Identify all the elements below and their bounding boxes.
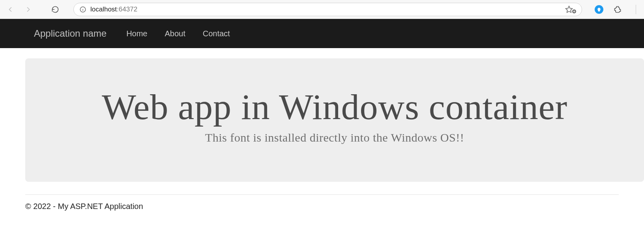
nav-link-about[interactable]: About: [165, 29, 185, 38]
url-host: localhost: [90, 6, 117, 13]
toolbar-divider: [636, 5, 636, 14]
hero-title: Web app in Windows container: [37, 88, 632, 126]
address-bar[interactable]: localhost:64372: [73, 3, 582, 16]
app-navbar: Application name Home About Contact: [0, 19, 644, 48]
favorite-button[interactable]: [565, 6, 576, 13]
svg-marker-3: [566, 6, 573, 12]
reload-button[interactable]: [50, 4, 61, 15]
navbar-links: Home About Contact: [126, 29, 230, 38]
profile-icon[interactable]: [595, 5, 603, 14]
browser-toolbar: localhost:64372: [0, 0, 644, 19]
address-text: localhost:64372: [90, 6, 137, 13]
hero-jumbotron: Web app in Windows container This font i…: [25, 58, 644, 182]
navbar-brand[interactable]: Application name: [34, 28, 107, 39]
url-port: :64372: [117, 6, 137, 13]
nav-link-home[interactable]: Home: [126, 29, 147, 38]
site-info-icon[interactable]: [79, 6, 86, 13]
back-button[interactable]: [5, 4, 16, 15]
extensions-button[interactable]: [612, 4, 623, 15]
hero-subtitle: This font is installed directly into the…: [37, 131, 632, 144]
footer-text: © 2022 - My ASP.NET Application: [0, 195, 644, 211]
nav-link-contact[interactable]: Contact: [203, 29, 230, 38]
forward-button[interactable]: [23, 4, 34, 15]
